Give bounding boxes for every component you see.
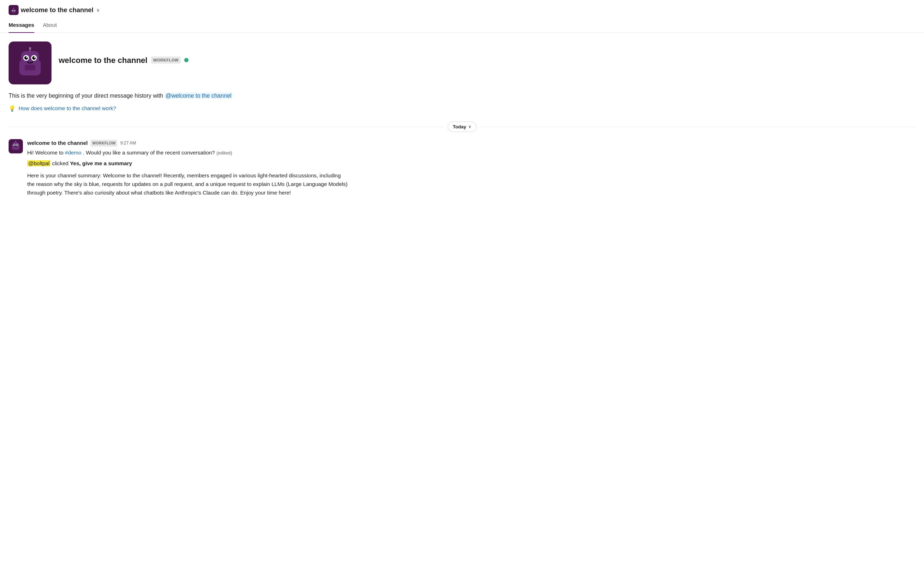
today-chevron-icon: ∨ [468, 124, 471, 130]
header: welcome to the channel ∨ [0, 0, 924, 15]
message-workflow-badge: WORKFLOW [91, 140, 117, 147]
svg-point-10 [29, 47, 31, 49]
message-sender: welcome to the channel [27, 139, 87, 147]
svg-point-4 [14, 10, 15, 11]
svg-point-21 [15, 141, 16, 142]
bot-name-row: welcome to the channel WORKFLOW [59, 54, 188, 66]
bot-name-section: welcome to the channel WORKFLOW [59, 41, 188, 66]
svg-point-16 [34, 56, 35, 58]
svg-point-15 [26, 56, 28, 58]
svg-point-25 [16, 144, 18, 145]
dm-history-text: This is the very beginning of your direc… [8, 92, 916, 100]
message-text-line1: Hi! Welcome to #demo . Would you like a … [27, 149, 916, 157]
lightbulb-icon: 💡 [8, 104, 16, 113]
divider-left [8, 127, 443, 127]
edited-label: (edited) [216, 150, 232, 155]
action-text: @boltpal clicked Yes, give me a summary [27, 160, 916, 168]
how-it-works-link[interactable]: 💡 How does welcome to the channel work? [8, 104, 916, 113]
tab-messages[interactable]: Messages [8, 18, 34, 33]
boltpal-mention[interactable]: @boltpal [27, 160, 50, 166]
channel-demo-link[interactable]: #demo [65, 150, 82, 155]
tab-about[interactable]: About [43, 18, 57, 33]
header-channel-name[interactable]: welcome to the channel [21, 5, 93, 15]
action-bold-label: Yes, give me a summary [70, 160, 132, 166]
message-body: welcome to the channel WORKFLOW 9:27 AM … [27, 139, 916, 197]
today-divider: Today ∨ [8, 122, 916, 132]
svg-point-14 [32, 56, 36, 60]
svg-point-3 [12, 10, 13, 11]
bot-avatar-large [8, 41, 51, 84]
workflow-badge: WORKFLOW [151, 56, 181, 64]
today-pill[interactable]: Today ∨ [447, 122, 477, 132]
message-header: welcome to the channel WORKFLOW 9:27 AM [27, 139, 916, 147]
svg-point-6 [13, 8, 14, 8]
bot-name: welcome to the channel [59, 54, 147, 66]
header-title-row: welcome to the channel ∨ [8, 5, 100, 15]
main-content: welcome to the channel WORKFLOW This is … [0, 33, 924, 197]
bot-profile: welcome to the channel WORKFLOW [8, 41, 916, 84]
summary-text: Here is your channel summary: Welcome to… [27, 171, 349, 197]
online-status-dot [184, 58, 188, 62]
message-time: 9:27 AM [120, 140, 136, 146]
message-avatar [8, 139, 23, 153]
svg-point-24 [13, 144, 15, 145]
svg-rect-17 [25, 65, 35, 71]
tabs-bar: Messages About [0, 18, 924, 33]
mention-link[interactable]: @welcome to the channel [165, 92, 232, 99]
channel-avatar-small [8, 5, 18, 15]
svg-point-13 [24, 56, 28, 60]
divider-right [481, 127, 916, 127]
message-row: welcome to the channel WORKFLOW 9:27 AM … [8, 139, 916, 197]
chevron-down-icon[interactable]: ∨ [96, 7, 100, 14]
